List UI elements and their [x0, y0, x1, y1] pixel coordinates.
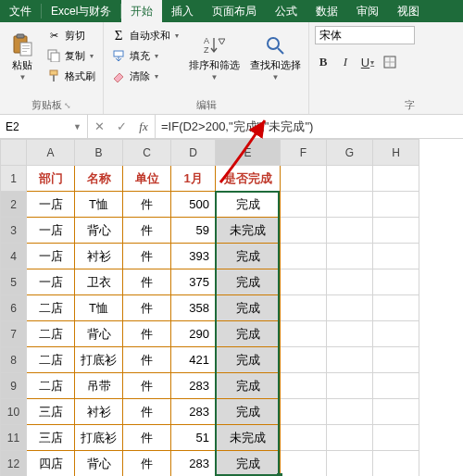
- cell[interactable]: 件: [123, 244, 171, 269]
- border-button[interactable]: [382, 54, 398, 70]
- grid-table[interactable]: A B C D E F G H 1 部门 名称 单位 1月 是否完成 2一店T恤…: [0, 139, 419, 476]
- cell[interactable]: 打底衫: [75, 347, 123, 373]
- menu-view[interactable]: 视图: [388, 0, 429, 22]
- cell[interactable]: 卫衣: [75, 269, 123, 295]
- col-header[interactable]: C: [123, 140, 171, 166]
- cell[interactable]: 完成: [216, 295, 281, 321]
- cell[interactable]: 件: [123, 347, 171, 373]
- col-header[interactable]: H: [373, 140, 419, 166]
- paste-button[interactable]: 粘贴 ▼: [6, 26, 39, 89]
- cell[interactable]: [373, 347, 419, 373]
- cell[interactable]: 件: [123, 295, 171, 321]
- cell[interactable]: [327, 269, 373, 295]
- row-header[interactable]: 10: [1, 399, 27, 425]
- col-header[interactable]: G: [327, 140, 373, 166]
- row-header[interactable]: 4: [1, 244, 27, 269]
- cell[interactable]: [373, 166, 419, 192]
- cell[interactable]: 件: [123, 269, 171, 295]
- cell[interactable]: [373, 321, 419, 347]
- cell[interactable]: 背心: [75, 321, 123, 347]
- cell[interactable]: 完成: [216, 347, 281, 373]
- italic-button[interactable]: I: [337, 54, 354, 70]
- clear-button[interactable]: 清除 ▾: [109, 67, 181, 85]
- col-header[interactable]: D: [171, 140, 216, 166]
- cell[interactable]: [327, 295, 373, 321]
- menu-excel-finance[interactable]: Excel与财务: [42, 0, 120, 22]
- cell[interactable]: [327, 166, 373, 192]
- cell[interactable]: 283: [171, 373, 216, 399]
- cell[interactable]: 吊带: [75, 373, 123, 399]
- cell[interactable]: [281, 451, 327, 477]
- dialog-launcher-icon[interactable]: ⤡: [64, 101, 71, 110]
- row-header[interactable]: 3: [1, 218, 27, 244]
- cell[interactable]: [327, 321, 373, 347]
- cell[interactable]: [327, 399, 373, 425]
- fill-button[interactable]: 填充 ▾: [109, 46, 181, 65]
- cell[interactable]: 件: [123, 425, 171, 451]
- confirm-formula-button[interactable]: ✓: [110, 119, 132, 133]
- cell[interactable]: [373, 425, 419, 451]
- menu-pagelayout[interactable]: 页面布局: [203, 0, 266, 22]
- cell[interactable]: 三店: [27, 425, 75, 451]
- row-header[interactable]: 9: [1, 373, 27, 399]
- cell[interactable]: [373, 269, 419, 295]
- cell[interactable]: 完成: [216, 244, 281, 269]
- autosum-button[interactable]: Σ 自动求和 ▾: [109, 26, 181, 44]
- cell[interactable]: [373, 244, 419, 269]
- cell[interactable]: [281, 321, 327, 347]
- cell[interactable]: [281, 244, 327, 269]
- menu-formulas[interactable]: 公式: [266, 0, 307, 22]
- cell[interactable]: 背心: [75, 451, 123, 477]
- cell[interactable]: 件: [123, 218, 171, 244]
- cell[interactable]: 件: [123, 192, 171, 218]
- cell[interactable]: 一店: [27, 244, 75, 269]
- cancel-formula-button[interactable]: ✕: [88, 119, 110, 133]
- cell[interactable]: 完成: [216, 399, 281, 425]
- underline-button[interactable]: U▾: [359, 54, 376, 70]
- menu-insert[interactable]: 插入: [162, 0, 203, 22]
- cell[interactable]: 完成: [216, 451, 281, 477]
- cell[interactable]: [281, 373, 327, 399]
- cell[interactable]: 375: [171, 269, 216, 295]
- select-all-corner[interactable]: [1, 140, 27, 166]
- cell[interactable]: [327, 218, 373, 244]
- bold-button[interactable]: B: [315, 54, 332, 70]
- cell[interactable]: [373, 373, 419, 399]
- cell[interactable]: [327, 451, 373, 477]
- row-header[interactable]: 11: [1, 425, 27, 451]
- table-header-cell[interactable]: 单位: [123, 166, 171, 192]
- cell[interactable]: 件: [123, 373, 171, 399]
- cell[interactable]: [373, 295, 419, 321]
- row-header[interactable]: 6: [1, 295, 27, 321]
- table-header-cell[interactable]: 1月: [171, 166, 216, 192]
- cell[interactable]: [373, 192, 419, 218]
- copy-button[interactable]: 复制 ▾: [44, 46, 97, 65]
- cell[interactable]: [373, 399, 419, 425]
- cell[interactable]: 59: [171, 218, 216, 244]
- cell[interactable]: 二店: [27, 321, 75, 347]
- cell[interactable]: 未完成: [216, 425, 281, 451]
- insert-function-button[interactable]: fx: [132, 119, 155, 134]
- formula-input[interactable]: =IF(D2>200,"完成","未完成"): [156, 115, 463, 138]
- cell[interactable]: 一店: [27, 192, 75, 218]
- row-header[interactable]: 2: [1, 192, 27, 218]
- cell[interactable]: T恤: [75, 192, 123, 218]
- format-painter-button[interactable]: 格式刷: [44, 67, 97, 85]
- font-family-input[interactable]: [315, 26, 415, 44]
- name-box[interactable]: E2 ▼: [0, 115, 88, 138]
- cell[interactable]: 完成: [216, 269, 281, 295]
- cell[interactable]: 四店: [27, 451, 75, 477]
- cell[interactable]: [281, 425, 327, 451]
- menu-data[interactable]: 数据: [307, 0, 347, 22]
- menu-review[interactable]: 审阅: [347, 0, 388, 22]
- cell[interactable]: [281, 269, 327, 295]
- cell[interactable]: 二店: [27, 347, 75, 373]
- cell[interactable]: 件: [123, 399, 171, 425]
- cell[interactable]: 件: [123, 451, 171, 477]
- cell[interactable]: 三店: [27, 399, 75, 425]
- cell[interactable]: [327, 192, 373, 218]
- cell[interactable]: 二店: [27, 373, 75, 399]
- cell[interactable]: 一店: [27, 218, 75, 244]
- cell[interactable]: 完成: [216, 373, 281, 399]
- table-header-cell[interactable]: 部门: [27, 166, 75, 192]
